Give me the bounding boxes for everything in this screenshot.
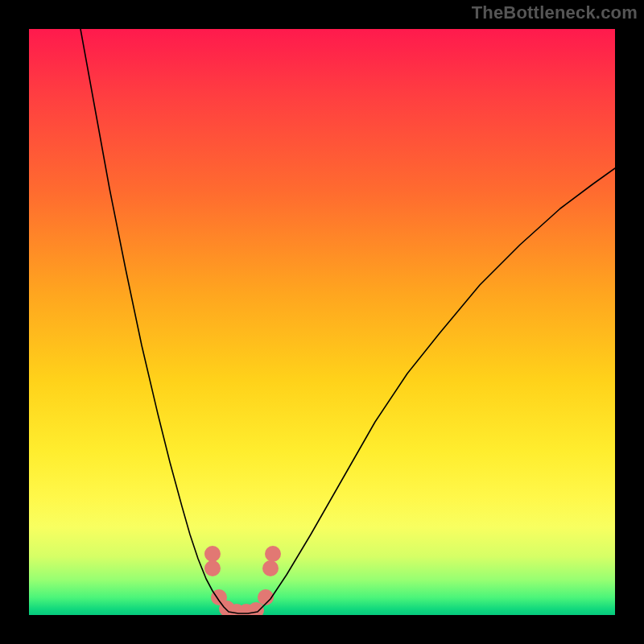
chart-frame: TheBottleneck.com [0,0,644,644]
markers-group [204,546,281,615]
bottleneck-curve [80,29,615,613]
curve-svg [29,29,615,615]
plot-area [29,29,615,615]
highlight-dot [262,560,279,576]
highlight-dot [204,560,221,576]
highlight-dot [265,546,281,562]
watermark-text: TheBottleneck.com [472,2,638,23]
highlight-dot [204,546,221,562]
